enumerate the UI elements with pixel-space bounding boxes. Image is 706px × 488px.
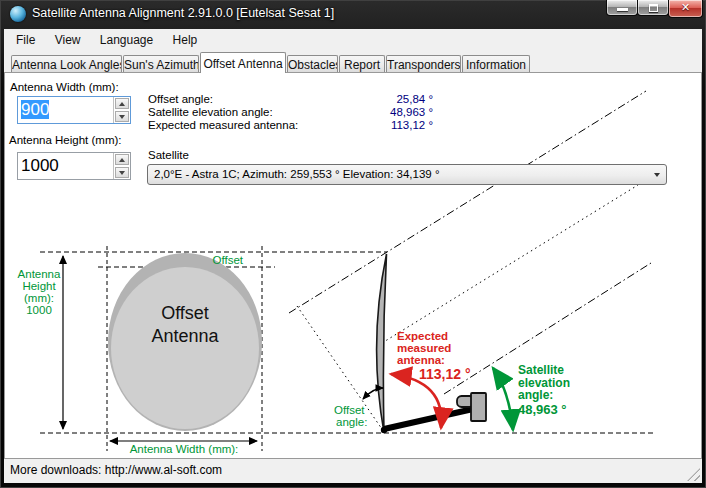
expected-label-line2: measured xyxy=(397,342,451,354)
menu-item-help[interactable]: Help xyxy=(165,29,206,51)
satellite-label: Satellite xyxy=(148,149,189,161)
resize-grip-icon[interactable] xyxy=(687,468,700,481)
spin-up-button[interactable] xyxy=(115,98,129,109)
dish-front-label-line2: Antenna xyxy=(151,326,219,346)
window-title: Satellite Antenna Alignment 2.91.0.0 [Eu… xyxy=(32,0,334,29)
result-label: Satellite elevation angle: xyxy=(148,106,273,118)
lnb-arm xyxy=(384,409,473,429)
satellite-selected-value: 2,0°E - Astra 1C; Azimuth: 259,553 ° Ele… xyxy=(154,168,440,180)
app-body: File View Language Help Antenna Look Ang… xyxy=(4,29,702,483)
titlebar: Satellite Antenna Alignment 2.91.0.0 [Eu… xyxy=(0,0,706,29)
dish-front-inner xyxy=(111,267,259,429)
result-value: 113,12 ° xyxy=(391,119,433,131)
antenna-height-text: 1000 xyxy=(18,153,113,179)
result-value: 48,963 ° xyxy=(390,106,433,118)
lnb-body xyxy=(471,393,486,421)
beam-line-dish-center xyxy=(382,185,638,343)
tab-antenna-look-angles[interactable]: Antenna Look Angles xyxy=(11,55,122,72)
app-window: Satellite Antenna Alignment 2.91.0.0 [Eu… xyxy=(0,0,706,488)
tab-offset-antenna[interactable]: Offset Antenna xyxy=(200,52,286,73)
maximize-button[interactable] xyxy=(637,0,669,16)
result-value: 25,84 ° xyxy=(396,93,433,105)
spin-down-button[interactable] xyxy=(115,167,129,178)
app-icon xyxy=(10,6,26,22)
close-button[interactable]: ✕ xyxy=(668,0,703,18)
menu-item-view[interactable]: View xyxy=(47,29,89,51)
dish-side-view xyxy=(377,254,387,433)
height-label-line2: Height xyxy=(22,280,56,292)
statusbar-text: More downloads: http://www.al-soft.com xyxy=(10,463,222,477)
maximize-icon xyxy=(649,4,658,12)
result-row-expected-measured: Expected measured antenna: 113,12 ° xyxy=(148,119,433,132)
expected-label-line1: Expected xyxy=(397,330,448,342)
tab-obstacles[interactable]: Obstacles xyxy=(287,55,338,72)
offset-antenna-tab-panel: Offset Antenna Offset Antenna Height xyxy=(4,72,702,459)
spin-down-icon xyxy=(119,171,125,175)
elevation-angle-arc xyxy=(493,368,513,430)
antenna-height-spinners xyxy=(113,153,130,179)
expected-label-line3: antenna: xyxy=(397,354,445,366)
chevron-down-icon xyxy=(654,173,660,177)
elevation-angle-value: 48,963 ° xyxy=(518,402,567,417)
tab-strip: Antenna Look Angles Sun's Azimuth Offset… xyxy=(4,52,702,72)
minimize-button[interactable] xyxy=(606,0,638,16)
spin-up-icon xyxy=(119,102,125,106)
antenna-height-input[interactable]: 1000 xyxy=(17,152,131,180)
menu-item-language[interactable]: Language xyxy=(92,29,161,51)
tab-transponders[interactable]: Transponders xyxy=(386,55,461,72)
antenna-width-label: Antenna Width (mm): xyxy=(10,81,119,93)
offset-angle-label-line2: angle: xyxy=(336,416,367,428)
spin-down-button[interactable] xyxy=(115,111,129,122)
menubar: File View Language Help xyxy=(4,29,702,52)
antenna-width-input[interactable]: 900 xyxy=(17,96,131,124)
window-controls: ✕ xyxy=(607,0,703,18)
antenna-width-text: 900 xyxy=(18,97,113,123)
antenna-height-label: Antenna Height (mm): xyxy=(9,134,122,146)
satellite-select[interactable]: 2,0°E - Astra 1C; Azimuth: 259,553 ° Ele… xyxy=(147,164,667,185)
result-label: Expected measured antenna: xyxy=(148,119,298,131)
tab-information[interactable]: Information xyxy=(462,55,530,72)
antenna-width-spinners xyxy=(113,97,130,123)
tab-report[interactable]: Report xyxy=(339,55,385,72)
height-label-line1: Antenna xyxy=(18,268,61,280)
expected-angle-value: 113,12 ° xyxy=(419,366,471,382)
result-row-offset-angle: Offset angle: 25,84 ° xyxy=(148,93,433,106)
offset-marker-label: Offset xyxy=(213,254,244,266)
height-label-line3: (mm): xyxy=(24,292,54,304)
result-label: Offset angle: xyxy=(148,93,213,105)
minimize-icon xyxy=(617,8,628,11)
elevation-label-line3: angle: xyxy=(518,388,553,402)
result-row-elevation-angle: Satellite elevation angle: 48,963 ° xyxy=(148,106,433,119)
tab-suns-azimuth[interactable]: Sun's Azimuth xyxy=(123,55,199,72)
close-icon: ✕ xyxy=(669,1,702,14)
offset-angle-label-line1: Offset xyxy=(334,404,365,416)
dish-mount-joint xyxy=(381,427,387,433)
height-label-value: 1000 xyxy=(26,304,52,316)
width-label: Antenna Width (mm): xyxy=(130,443,239,455)
spin-up-button[interactable] xyxy=(115,154,129,165)
spin-up-icon xyxy=(119,158,125,162)
spin-down-icon xyxy=(119,115,125,119)
dish-front-label-line1: Offset xyxy=(161,303,209,323)
lnb xyxy=(457,393,486,421)
menu-item-file[interactable]: File xyxy=(8,29,43,51)
statusbar: More downloads: http://www.al-soft.com xyxy=(4,459,702,483)
